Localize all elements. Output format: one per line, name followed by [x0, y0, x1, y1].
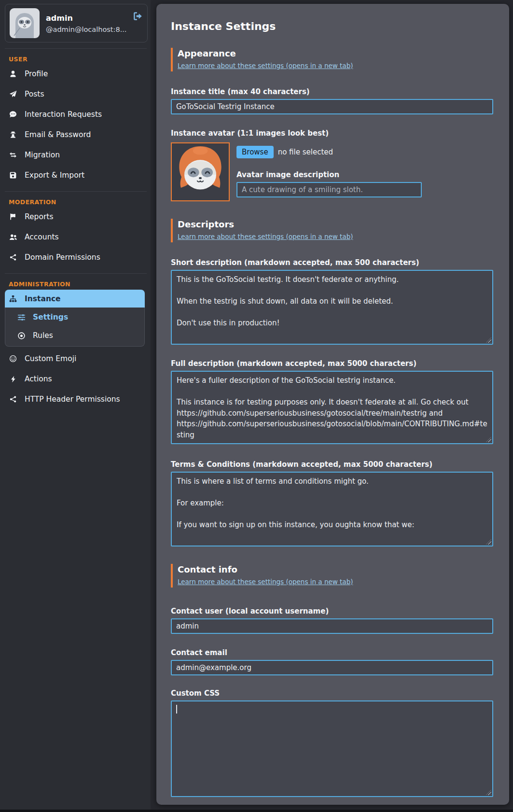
avatar-description-label: Avatar image description: [236, 170, 493, 179]
sidebar-item-interaction-requests[interactable]: Interaction Requests: [5, 104, 148, 125]
appearance-learn-more-link[interactable]: Learn more about these settings (opens i…: [178, 62, 353, 70]
sidebar-item-label: Domain Permissions: [25, 253, 100, 262]
terms-field: Terms & Conditions (markdown accepted, m…: [171, 460, 493, 546]
sidebar: admin @admin@localhost:8... USER Profile…: [0, 0, 151, 810]
full-description-label: Full description (markdown accepted, max…: [171, 359, 493, 368]
descriptors-learn-more-link[interactable]: Learn more about these settings (opens i…: [178, 233, 353, 240]
contact-email-field: Contact email: [171, 648, 493, 675]
contact-email-label: Contact email: [171, 648, 493, 657]
sidebar-item-label: Instance: [25, 294, 61, 303]
sidebar-item-label: Migration: [25, 151, 60, 159]
contact-section-head: Contact info Learn more about these sett…: [171, 564, 493, 588]
sidebar-item-label: Posts: [25, 90, 44, 98]
browse-button[interactable]: Browse: [236, 146, 274, 158]
sidebar-item-label: Profile: [25, 70, 48, 78]
sidebar-item-actions[interactable]: Actions: [5, 369, 148, 389]
sidebar-item-profile[interactable]: Profile: [5, 64, 148, 84]
sidebar-item-accounts[interactable]: Accounts: [5, 227, 148, 247]
short-description-field: Short description (markdown accepted, ma…: [171, 258, 493, 345]
instance-nav-group: Instance Settings Rules: [5, 290, 145, 347]
sidebar-item-label: Email & Password: [25, 130, 91, 139]
app-layout: admin @admin@localhost:8... USER Profile…: [0, 0, 513, 810]
terms-label: Terms & Conditions (markdown accepted, m…: [171, 460, 493, 469]
sidebar-item-label: Settings: [33, 313, 68, 322]
section-label-moderation: MODERATION: [9, 198, 148, 206]
sidebar-item-label: Reports: [25, 212, 53, 221]
instance-title-field: Instance title (max 40 characters): [171, 87, 493, 114]
floppy-disk-icon: [9, 171, 17, 179]
flag-icon: [9, 213, 17, 221]
user-handle: @admin@localhost:8...: [46, 26, 126, 33]
contact-user-field: Contact user (local account username): [171, 607, 493, 634]
user-avatar: [10, 8, 40, 38]
sidebar-item-rules[interactable]: Rules: [5, 326, 144, 345]
sidebar-item-reports[interactable]: Reports: [5, 207, 148, 227]
appearance-section-head: Appearance Learn more about these settin…: [171, 48, 493, 71]
sitemap-icon: [9, 295, 17, 303]
terms-textarea[interactable]: This is where a list of terms and condit…: [171, 472, 493, 546]
sidebar-item-custom-emoji[interactable]: Custom Emoji: [5, 349, 148, 369]
page-title: Instance Settings: [171, 20, 493, 32]
custom-css-label: Custom CSS: [171, 689, 493, 698]
sidebar-item-settings[interactable]: Settings: [5, 308, 144, 326]
comment-dots-icon: [9, 111, 17, 118]
short-description-textarea[interactable]: This is the GoToSocial testrig. It doesn…: [171, 270, 493, 345]
section-label-user: USER: [9, 56, 148, 63]
avatar-controls: Browse no file selected Avatar image des…: [236, 142, 493, 201]
instance-avatar-preview: [171, 142, 230, 201]
contact-user-input[interactable]: [171, 618, 493, 634]
section-label-administration: ADMINISTRATION: [9, 280, 148, 288]
circle-dot-icon: [17, 332, 26, 340]
contact-learn-more-link[interactable]: Learn more about these settings (opens i…: [178, 578, 353, 586]
instance-title-label: Instance title (max 40 characters): [171, 87, 493, 96]
face-smile-icon: [9, 355, 17, 363]
sidebar-item-label: Accounts: [25, 233, 59, 241]
contact-user-label: Contact user (local account username): [171, 607, 493, 616]
custom-css-textarea[interactable]: [171, 700, 493, 797]
user-icon: [9, 70, 17, 78]
user-card[interactable]: admin @admin@localhost:8...: [5, 4, 148, 42]
arrows-left-right-icon: [9, 151, 17, 159]
short-description-label: Short description (markdown accepted, ma…: [171, 258, 493, 267]
full-description-textarea[interactable]: Here's a fuller description of the GoToS…: [171, 371, 493, 444]
sidebar-item-label: Actions: [25, 375, 52, 383]
user-meta: admin @admin@localhost:8...: [46, 14, 126, 33]
sidebar-item-posts[interactable]: Posts: [5, 84, 148, 104]
sidebar-item-label: Export & Import: [25, 171, 84, 180]
instance-submenu: Settings Rules: [5, 308, 145, 347]
window-bottom-edge: [0, 810, 513, 812]
instance-title-input[interactable]: [171, 99, 493, 114]
instance-settings-panel: Instance Settings Appearance Learn more …: [156, 4, 509, 805]
bolt-icon: [9, 376, 17, 383]
sidebar-item-export-import[interactable]: Export & Import: [5, 165, 148, 185]
custom-css-field: Custom CSS: [171, 689, 493, 797]
contact-email-input[interactable]: [171, 660, 493, 675]
contact-heading: Contact info: [178, 564, 493, 574]
sign-out-icon[interactable]: [133, 11, 143, 21]
instance-avatar-label: Instance avatar (1:1 images look best): [171, 129, 493, 138]
sidebar-item-domain-permissions[interactable]: Domain Permissions: [5, 247, 148, 267]
share-nodes-icon: [9, 253, 17, 261]
sidebar-item-label: Custom Emoji: [25, 354, 76, 363]
sidebar-item-instance[interactable]: Instance: [5, 290, 145, 308]
sidebar-divider: [5, 273, 147, 274]
sidebar-item-http-header-permissions[interactable]: HTTP Header Permissions: [5, 389, 148, 409]
sidebar-item-label: Interaction Requests: [25, 110, 102, 119]
descriptors-section-head: Descriptors Learn more about these setti…: [171, 219, 493, 242]
sidebar-divider: [5, 191, 147, 192]
sidebar-item-email-password[interactable]: Email & Password: [5, 125, 148, 145]
paper-plane-icon: [9, 90, 17, 98]
descriptors-heading: Descriptors: [178, 219, 493, 229]
user-name: admin: [46, 14, 126, 23]
sidebar-item-label: Rules: [33, 331, 53, 340]
full-description-field: Full description (markdown accepted, max…: [171, 359, 493, 444]
appearance-heading: Appearance: [178, 48, 493, 58]
sidebar-divider: [5, 48, 147, 49]
sliders-icon: [17, 313, 26, 322]
file-status-text: no file selected: [278, 148, 333, 156]
share-nodes-icon: [9, 395, 17, 403]
sidebar-item-migration[interactable]: Migration: [5, 145, 148, 165]
instance-avatar-field: Instance avatar (1:1 images look best): [171, 129, 493, 201]
avatar-description-input[interactable]: [236, 182, 422, 197]
users-icon: [9, 233, 17, 241]
